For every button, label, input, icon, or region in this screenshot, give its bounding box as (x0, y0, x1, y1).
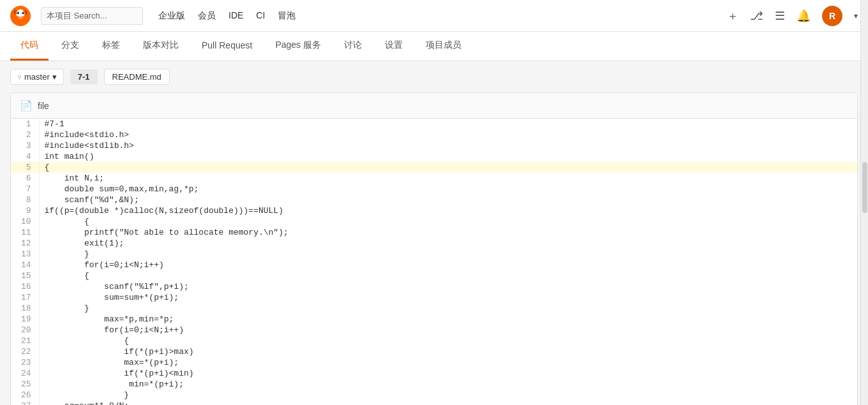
line-code: int main() (39, 151, 857, 162)
file-name: file (38, 101, 49, 111)
line-number: 20 (11, 325, 39, 335)
line-code: } (39, 249, 857, 260)
line-code: int N,i; (39, 173, 857, 184)
line-number: 24 (11, 368, 39, 379)
table-row: 14 for(i=0;i<N;i++) (11, 260, 857, 270)
line-number: 3 (11, 140, 39, 151)
line-code: sum=sum+*(p+i); (39, 292, 857, 303)
line-number: 6 (11, 173, 39, 184)
line-code: double sum=0,max,min,ag,*p; (39, 184, 857, 195)
list-icon[interactable]: ☰ (775, 9, 785, 23)
line-code: { (39, 216, 857, 227)
top-nav-right: ＋ ⎇ ☰ 🔔 R ▾ (727, 6, 858, 26)
branch-chevron-icon: ▾ (52, 72, 57, 82)
svg-point-4 (17, 12, 18, 13)
line-code: printf("Not able to allocate memory.\n")… (39, 227, 857, 238)
table-row: 27 ag=sum*1.0/N; (11, 401, 857, 405)
tab-members[interactable]: 项目成员 (415, 32, 472, 61)
table-row: 1#7-1 (11, 119, 857, 129)
line-number: 19 (11, 314, 39, 325)
nav-ci[interactable]: CI (256, 10, 265, 22)
line-code: scanf("%lf",p+i); (39, 281, 857, 292)
scrollbar-thumb[interactable] (862, 162, 867, 213)
logo-icon[interactable] (10, 6, 31, 26)
table-row: 24 if(*(p+i)<min) (11, 368, 857, 379)
search-box[interactable]: 本项目 Search... (41, 7, 143, 25)
line-code: #7-1 (39, 119, 857, 129)
tab-pages[interactable]: Pages 服务 (265, 32, 331, 61)
table-row: 21 { (11, 335, 857, 346)
table-row: 9if((p=(double *)calloc(N,sizeof(double)… (11, 205, 857, 216)
line-number: 17 (11, 292, 39, 303)
table-row: 11 printf("Not able to allocate memory.\… (11, 227, 857, 238)
top-nav: 本项目 Search... 企业版 会员 IDE CI 冒泡 ＋ ⎇ ☰ 🔔 R… (0, 0, 868, 32)
line-code: } (39, 390, 857, 401)
line-number: 4 (11, 151, 39, 162)
line-number: 8 (11, 195, 39, 205)
table-row: 7 double sum=0,max,min,ag,*p; (11, 184, 857, 195)
line-code: scanf("%d",&N); (39, 195, 857, 205)
line-code: if((p=(double *)calloc(N,sizeof(double))… (39, 205, 857, 216)
tab-settings[interactable]: 设置 (375, 32, 413, 61)
table-row: 3#include<stdlib.h> (11, 140, 857, 151)
table-row: 18 } (11, 303, 857, 314)
line-code: for(i=0;i<N;i++) (39, 260, 857, 270)
tab-pullrequest[interactable]: Pull Request (191, 33, 262, 60)
tab-bar: 代码 分支 标签 版本对比 Pull Request Pages 服务 讨论 设… (0, 32, 868, 61)
nav-ide[interactable]: IDE (228, 10, 243, 22)
tab-code[interactable]: 代码 (10, 32, 49, 61)
table-row: 23 max=*(p+i); (11, 357, 857, 368)
line-number: 25 (11, 379, 39, 390)
line-number: 5 (11, 162, 39, 173)
avatar[interactable]: R (822, 6, 842, 26)
line-code: { (39, 335, 857, 346)
branch-icon: ⑂ (17, 73, 22, 82)
code-container[interactable]: 1#7-12#include<stdio.h>3#include<stdlib.… (11, 119, 857, 405)
line-number: 22 (11, 346, 39, 357)
tab-discuss[interactable]: 讨论 (334, 32, 372, 61)
table-row: 8 scanf("%d",&N); (11, 195, 857, 205)
table-row: 2#include<stdio.h> (11, 129, 857, 140)
line-number: 21 (11, 335, 39, 346)
table-row: 26 } (11, 390, 857, 401)
line-code: #include<stdio.h> (39, 129, 857, 140)
tab-tags[interactable]: 标签 (92, 32, 130, 61)
tab-branch[interactable]: 分支 (51, 32, 89, 61)
line-number: 7 (11, 184, 39, 195)
scrollbar-track[interactable] (860, 0, 868, 405)
file-icon: 📄 (20, 99, 33, 112)
commit-badge: 7-1 (70, 70, 98, 84)
table-row: 17 sum=sum+*(p+i); (11, 292, 857, 303)
line-number: 11 (11, 227, 39, 238)
line-code: { (39, 270, 857, 281)
plus-icon[interactable]: ＋ (727, 8, 738, 24)
chevron-down-icon[interactable]: ▾ (854, 11, 858, 20)
line-code: min=*(p+i); (39, 379, 857, 390)
line-number: 26 (11, 390, 39, 401)
svg-point-5 (22, 12, 23, 13)
line-code: if(*(p+i)>max) (39, 346, 857, 357)
line-code: if(*(p+i)<min) (39, 368, 857, 379)
search-project-label: 本项目 Search... (47, 10, 107, 22)
tab-diff[interactable]: 版本对比 (133, 32, 189, 61)
line-code: max=*p,min=*p; (39, 314, 857, 325)
fork-icon[interactable]: ⎇ (750, 9, 763, 23)
line-code: max=*(p+i); (39, 357, 857, 368)
code-table: 1#7-12#include<stdio.h>3#include<stdlib.… (11, 119, 857, 405)
line-number: 10 (11, 216, 39, 227)
line-number: 23 (11, 357, 39, 368)
nav-member[interactable]: 会员 (198, 10, 216, 22)
table-row: 16 scanf("%lf",p+i); (11, 281, 857, 292)
file-header: 📄 file (11, 93, 857, 119)
table-row: 25 min=*(p+i); (11, 379, 857, 390)
branch-selector[interactable]: ⑂ master ▾ (10, 69, 64, 85)
bell-icon[interactable]: 🔔 (797, 9, 811, 23)
line-number: 1 (11, 119, 39, 129)
nav-enterprise[interactable]: 企业版 (158, 10, 185, 22)
table-row: 13 } (11, 249, 857, 260)
table-row: 12 exit(1); (11, 238, 857, 249)
line-number: 16 (11, 281, 39, 292)
line-number: 9 (11, 205, 39, 216)
line-code: } (39, 303, 857, 314)
nav-bubble[interactable]: 冒泡 (278, 10, 296, 22)
